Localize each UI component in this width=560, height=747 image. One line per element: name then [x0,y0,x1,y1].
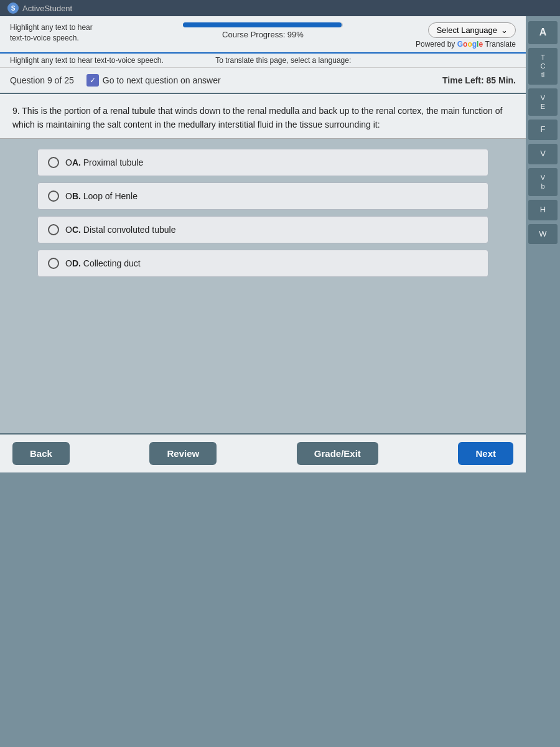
main-panel: Highlight any text to hear text-to-voice… [0,16,526,747]
progress-bar-container [183,22,343,27]
question-number: Question 9 of 25 [10,75,74,85]
sidebar-item-6[interactable]: H [528,200,558,220]
main-layout: Highlight any text to hear text-to-voice… [0,16,560,747]
review-button[interactable]: Review [149,442,217,465]
top-bar: S ActiveStudent [0,0,560,16]
lower-area [0,472,526,747]
sidebar-item-4[interactable]: V [528,144,558,164]
progress-bar-fill [183,22,342,27]
auto-advance-label: Go to next question on answer [103,75,221,85]
time-left: Time Left: 85 Min. [442,75,516,85]
question-body: 9. This is the portion of a renal tubule… [0,94,526,139]
choice-c[interactable]: OC. Distal convoluted tubule [37,216,488,243]
select-language-chevron: ⌄ [501,26,508,35]
sidebar-item-7[interactable]: W [528,224,558,245]
sidebar-item-0[interactable]: A [528,21,558,44]
app-logo-icon: S [7,2,19,14]
tts-full-row: Highlight any text to hear text-to-voice… [0,54,526,68]
choice-d-label: OD. Collecting duct [65,258,141,268]
tts-section: Highlight any text to hear text-to-voice… [10,22,170,44]
back-button[interactable]: Back [12,442,70,465]
auto-advance[interactable]: ✓ Go to next question on answer [86,74,221,87]
powered-by: Powered by Google Translate [355,40,516,49]
choice-a[interactable]: OA. Proximal tubule [37,149,488,176]
header-top: Highlight any text to hear text-to-voice… [0,16,526,54]
choice-a-label: OA. Proximal tubule [65,157,143,167]
choices-area: OA. Proximal tubule OB. Loop of Henle OC… [0,139,526,433]
radio-c [48,224,59,235]
header-section: Highlight any text to hear text-to-voice… [0,16,526,68]
next-button[interactable]: Next [458,442,513,465]
bottom-nav: Back Review Grade/Exit Next [0,433,526,472]
grade-exit-button[interactable]: Grade/Exit [297,442,378,465]
progress-section: Course Progress: 99% [183,22,343,39]
app-title: ActiveStudent [22,4,72,13]
select-language-label: Select Language [436,26,497,35]
progress-label: Course Progress: 99% [183,30,343,39]
question-text: 9. This is the portion of a renal tubule… [12,104,513,132]
tts-full-label: Highlight any text to hear text-to-voice… [10,56,164,65]
radio-a [48,157,59,168]
select-language-button[interactable]: Select Language ⌄ [428,22,516,38]
choice-b-label: OB. Loop of Henle [65,191,138,201]
google-brand: Google [457,40,485,49]
sidebar-item-3[interactable]: F [528,120,558,140]
sidebar-item-1[interactable]: TCtl [528,48,558,85]
translate-section: Select Language ⌄ Powered by Google Tran… [355,22,516,49]
check-icon: ✓ [86,74,99,87]
choice-b[interactable]: OB. Loop of Henle [37,182,488,210]
tts-label: Highlight any text to hear text-to-voice… [10,22,170,44]
choice-d[interactable]: OD. Collecting duct [37,250,488,277]
app-logo: S ActiveStudent [7,2,72,14]
choice-c-label: OC. Distal convoluted tubule [65,225,175,235]
right-sidebar: A TCtl VE F V Vb H W [526,16,560,747]
sidebar-item-5[interactable]: Vb [528,168,558,196]
radio-d [48,258,59,269]
translate-info: To translate this page, select a languag… [215,56,351,65]
question-header: Question 9 of 25 ✓ Go to next question o… [0,68,526,94]
radio-b [48,190,59,202]
sidebar-item-2[interactable]: VE [528,88,558,116]
